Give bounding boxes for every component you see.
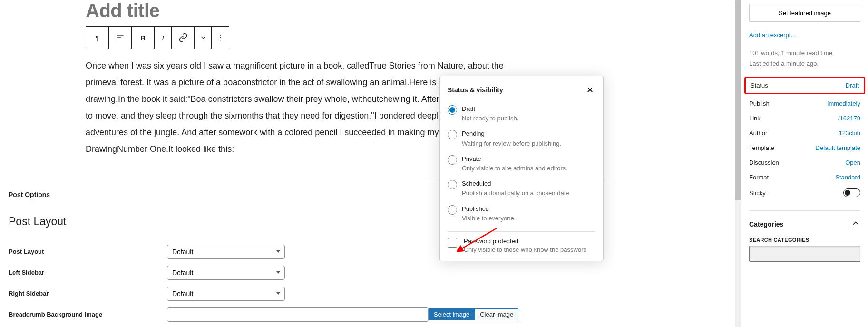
password-protected-desc: Only visible to those who know the passw… bbox=[464, 246, 587, 253]
clear-image-button[interactable]: Clear image bbox=[475, 308, 518, 320]
close-icon[interactable]: ✕ bbox=[585, 84, 595, 96]
more-options-icon[interactable] bbox=[212, 27, 229, 49]
status-draft-radio[interactable] bbox=[448, 105, 457, 115]
left-sidebar-select[interactable]: Default bbox=[167, 266, 285, 280]
status-visibility-popup: Status & visibility ✕ DraftNot ready to … bbox=[439, 76, 604, 261]
author-row[interactable]: Author 123club bbox=[749, 126, 860, 140]
italic-button[interactable]: I bbox=[155, 27, 172, 49]
status-scheduled-radio[interactable] bbox=[448, 180, 457, 189]
status-published-radio[interactable] bbox=[448, 205, 457, 215]
set-featured-image-button[interactable]: Set featured image bbox=[749, 4, 860, 22]
status-private-label: Private bbox=[462, 155, 567, 163]
publish-row[interactable]: Publish Immediately bbox=[749, 96, 860, 111]
chevron-up-icon bbox=[851, 218, 860, 229]
status-published-desc: Visible to everyone. bbox=[462, 214, 516, 223]
search-categories-label: SEARCH CATEGORIES bbox=[749, 237, 860, 243]
breadcrumb-bg-label: Breadcrumb Background Image bbox=[9, 311, 167, 318]
discussion-row[interactable]: Discussion Open bbox=[749, 155, 860, 170]
status-pending-label: Pending bbox=[462, 129, 561, 138]
chevron-down-icon[interactable] bbox=[195, 27, 212, 49]
password-protected-label: Password protected bbox=[464, 238, 587, 245]
right-sidebar-select[interactable]: Default bbox=[167, 287, 285, 301]
status-private-radio[interactable] bbox=[448, 155, 457, 165]
block-toolbar: ¶ B I bbox=[86, 26, 229, 49]
search-categories-input[interactable] bbox=[749, 246, 860, 262]
status-published-label: Published bbox=[462, 205, 516, 213]
categories-section-header[interactable]: Categories bbox=[749, 218, 860, 229]
bold-button[interactable]: B bbox=[132, 27, 155, 49]
right-sidebar-label: Right Sidebar bbox=[9, 290, 167, 297]
post-meta-text: 101 words, 1 minute read time. Last edit… bbox=[749, 48, 860, 69]
status-scheduled-label: Scheduled bbox=[462, 179, 571, 188]
status-draft-label: Draft bbox=[462, 105, 518, 113]
post-layout-label: Post Layout bbox=[9, 248, 167, 255]
post-sidebar: Set featured image Add an excerpt... 101… bbox=[741, 0, 868, 327]
left-sidebar-label: Left Sidebar bbox=[9, 269, 167, 276]
link-button[interactable] bbox=[172, 27, 195, 49]
sticky-row: Sticky bbox=[749, 185, 860, 201]
svg-point-5 bbox=[220, 40, 221, 40]
post-title-placeholder[interactable]: Add title bbox=[86, 0, 528, 21]
popup-title: Status & visibility bbox=[448, 86, 503, 94]
svg-point-3 bbox=[220, 35, 221, 36]
sticky-toggle[interactable] bbox=[843, 188, 860, 197]
format-row[interactable]: Format Standard bbox=[749, 170, 860, 185]
breadcrumb-bg-input[interactable] bbox=[167, 307, 429, 322]
status-private-desc: Only visible to site admins and editors. bbox=[462, 164, 567, 173]
paragraph-block-icon[interactable]: ¶ bbox=[86, 27, 109, 49]
status-pending-desc: Waiting for review before publishing. bbox=[462, 139, 561, 148]
align-icon[interactable] bbox=[109, 27, 132, 49]
select-image-button[interactable]: Select image bbox=[429, 308, 475, 320]
status-draft-desc: Not ready to publish. bbox=[462, 114, 518, 123]
status-row[interactable]: Status Draft bbox=[744, 77, 865, 94]
status-pending-radio[interactable] bbox=[448, 130, 457, 139]
link-row[interactable]: Link /162179 bbox=[749, 111, 860, 126]
svg-point-4 bbox=[220, 37, 221, 38]
template-row[interactable]: Template Default template bbox=[749, 140, 860, 155]
password-protected-checkbox[interactable] bbox=[448, 238, 457, 248]
sidebar-scrollbar[interactable] bbox=[735, 0, 741, 327]
post-layout-select[interactable]: Default bbox=[167, 245, 285, 259]
status-scheduled-desc: Publish automatically on a chosen date. bbox=[462, 189, 571, 198]
add-excerpt-link[interactable]: Add an excerpt... bbox=[749, 31, 796, 39]
